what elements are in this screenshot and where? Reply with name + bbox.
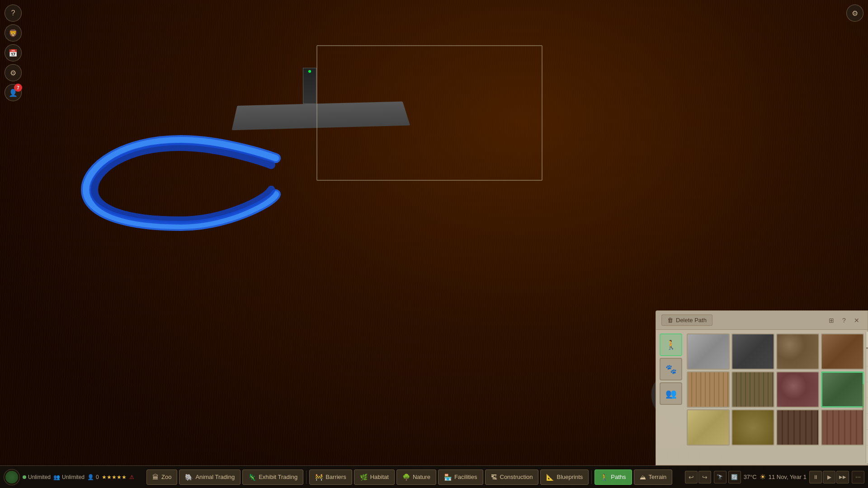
star-rating: ★★★★★ — [102, 474, 127, 480]
tile-10[interactable] — [731, 409, 774, 446]
tiles-area: 🚶 🐾 👥 — [658, 332, 866, 463]
toolbar-left: Unlimited 👥 Unlimited 👤 0 ★★★★★ ⚠ — [4, 469, 134, 485]
paths-button[interactable]: 🚶 Paths — [594, 469, 632, 485]
gate-structure — [303, 68, 316, 104]
enclosure-fence — [316, 45, 542, 181]
undo-icon: ↩ — [689, 474, 694, 481]
blueprints-icon: 📐 — [546, 474, 554, 481]
staff-label: Unlimited — [62, 474, 85, 480]
tile-3[interactable] — [776, 333, 819, 370]
close-panel-button[interactable]: ✕ — [851, 315, 862, 326]
facilities-button[interactable]: 🏪 Facilities — [438, 469, 483, 485]
grid-icon: ⊞ — [829, 317, 834, 324]
tile-8[interactable] — [821, 371, 864, 408]
help-icon: ? — [11, 9, 15, 17]
blueprints-button[interactable]: 📐 Blueprints — [540, 469, 589, 485]
status-franchise: Unlimited — [23, 474, 51, 480]
nature-label: Nature — [413, 474, 430, 480]
paths-icon: 🚶 — [600, 474, 608, 481]
zoo-nav-icon: 🏛 — [152, 474, 159, 481]
tile-11[interactable] — [776, 409, 819, 446]
minimap-display — [5, 471, 18, 483]
barriers-button[interactable]: 🚧 Barriers — [309, 469, 352, 485]
minimap[interactable] — [4, 469, 20, 485]
profile-button[interactable]: 👤 7 — [5, 84, 22, 101]
help-button[interactable]: ? — [5, 5, 22, 22]
tile-2[interactable] — [731, 333, 774, 370]
tab-list[interactable]: ☰ — [866, 332, 868, 348]
tile-5[interactable] — [687, 371, 730, 408]
delete-path-label: Delete Path — [676, 317, 707, 324]
animal-trading-button[interactable]: 🐘 Animal Trading — [179, 469, 241, 485]
calendar-button[interactable]: 📅 — [5, 44, 22, 61]
tile-9[interactable] — [687, 409, 730, 446]
option-flatten-terrain: Flatten Terrain ✓ — [866, 351, 868, 366]
construction-button[interactable]: 🏗 Construction — [485, 469, 539, 485]
guests-count: 0 — [96, 474, 99, 480]
status-guests: 👤 0 — [87, 474, 99, 480]
curved-path-icon: 🐾 — [665, 364, 677, 375]
scroll-indicator — [862, 384, 864, 411]
top-right-settings: ⚙ — [846, 5, 863, 22]
camera-btn-1[interactable]: 🔭 — [714, 471, 726, 483]
nature-button[interactable]: 🌳 Nature — [396, 469, 436, 485]
extra-button[interactable]: ⋯ — [852, 471, 864, 483]
delete-path-button[interactable]: 🗑 Delete Path — [661, 314, 712, 326]
panel-header: 🗑 Delete Path ⊞ ? ✕ — [656, 311, 868, 330]
queue-path-button[interactable]: 👥 — [660, 382, 682, 405]
status-staff: 👥 Unlimited — [53, 474, 85, 480]
help-panel-icon: ? — [842, 317, 846, 324]
zoo-nav-label: Zoo — [161, 474, 171, 480]
settings-button[interactable]: ⚙ — [5, 64, 22, 81]
play-button[interactable]: ▶ — [823, 471, 835, 483]
barriers-icon: 🚧 — [315, 474, 323, 481]
settings-tabs: ☰ ⚙ — [866, 332, 868, 349]
tile-1[interactable] — [687, 333, 730, 370]
toolbar-right: ↩ ↪ 🔭 🔄 37°C ☀ 11 Nov, Year 1 ⏸ — [685, 471, 864, 483]
tile-4[interactable] — [821, 333, 864, 370]
right-panel: 🗑 Delete Path ⊞ ? ✕ 🚶 🐾 — [656, 310, 868, 465]
terrain-button[interactable]: ⛰ Terrain — [634, 469, 673, 485]
habitat-button[interactable]: 🌿 Habitat — [354, 469, 395, 485]
camera-btn-2[interactable]: 🔄 — [728, 471, 741, 483]
grid-view-button[interactable]: ⊞ — [826, 315, 837, 326]
zoo-nav-button[interactable]: 🏛 Zoo — [146, 469, 177, 485]
path-type-sidebar: 🚶 🐾 👥 — [658, 332, 685, 463]
habitat-icon: 🌿 — [360, 474, 368, 481]
left-sidebar: ? 🦁 📅 ⚙ 👤 7 — [5, 5, 22, 101]
undo-button[interactable]: ↩ — [685, 471, 698, 483]
global-settings-button[interactable]: ⚙ — [846, 5, 863, 22]
option-kerb-on-ground: Kerb On Ground Path ✓ — [866, 414, 868, 430]
date-display: 11 Nov, Year 1 — [769, 474, 807, 480]
tile-7[interactable] — [776, 371, 819, 408]
toolbar-sep-1 — [306, 470, 307, 484]
pause-button[interactable]: ⏸ — [809, 471, 822, 483]
zoo-button[interactable]: 🦁 — [5, 24, 22, 42]
tile-12[interactable] — [821, 409, 864, 446]
redo-button[interactable]: ↪ — [698, 471, 711, 483]
terrain-icon: ⛰ — [640, 474, 646, 481]
exhibit-trading-button[interactable]: 🦎 Exhibit Trading — [242, 469, 303, 485]
nature-icon: 🌳 — [402, 474, 410, 481]
paths-label: Paths — [611, 474, 626, 480]
temperature-value: 37°C — [744, 474, 757, 480]
temperature-display: 37°C — [744, 474, 757, 480]
tile-6[interactable] — [731, 371, 774, 408]
option-tunnelling: Tunnelling ✓ — [866, 366, 868, 382]
tiles-container — [685, 332, 866, 463]
animal-trading-icon: 🐘 — [185, 474, 193, 481]
construction-icon: 🏗 — [491, 474, 497, 481]
camera-icon-2: 🔄 — [731, 474, 738, 480]
weather-icon: ☀ — [760, 473, 766, 481]
exhibit-trading-icon: 🦎 — [248, 474, 256, 481]
close-panel-icon: ✕ — [854, 317, 859, 324]
curved-path-button[interactable]: 🐾 — [660, 358, 682, 380]
construction-label: Construction — [500, 474, 533, 480]
blueprints-label: Blueprints — [557, 474, 583, 480]
franchise-status-dot — [23, 475, 26, 479]
speed-button[interactable]: ▶▶ — [836, 471, 849, 483]
help-panel-button[interactable]: ? — [839, 315, 849, 326]
global-settings-icon: ⚙ — [852, 9, 858, 18]
speed-icon: ▶▶ — [839, 474, 846, 479]
straight-path-button[interactable]: 🚶 — [660, 333, 682, 356]
